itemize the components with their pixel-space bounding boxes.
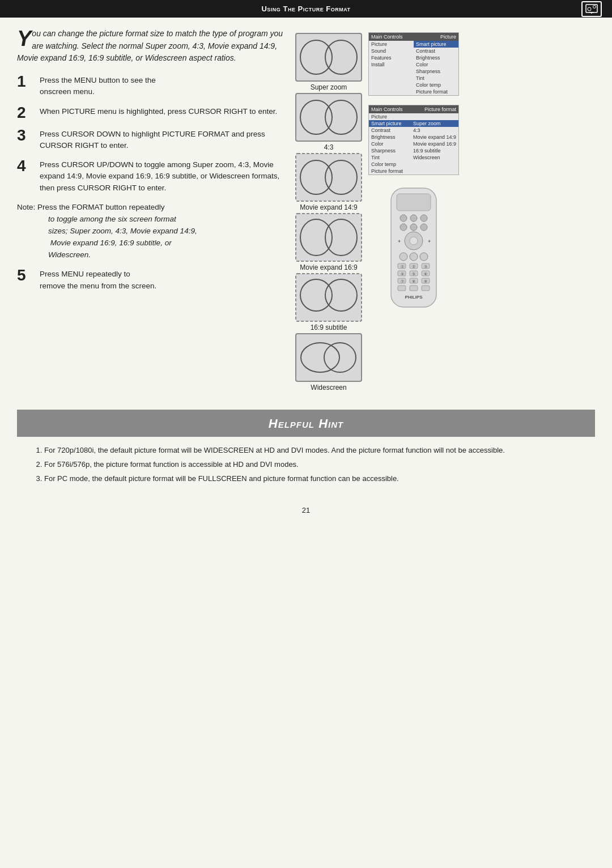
header-bar: Using The Picture Format — [0, 0, 612, 18]
menu2-row-1: Smart picture Super zoom — [369, 120, 458, 127]
svg-point-37 — [420, 253, 428, 261]
format-movie-16-9: Movie expand 16:9 — [295, 212, 363, 271]
menu1-header: Main Controls Picture — [369, 33, 458, 41]
svg-rect-24 — [397, 194, 431, 211]
menu2-table: Picture Smart picture Super zoom Contras… — [369, 113, 458, 175]
widescreen-label: Widescreen — [311, 384, 346, 392]
svg-point-3 — [593, 5, 596, 8]
svg-point-36 — [410, 253, 418, 261]
menu2-row-6-left: Tint — [369, 154, 411, 161]
step-3-number: 3 — [17, 127, 34, 143]
step-3: 3 Press CURSOR DOWN to highlight PICTURE… — [17, 129, 289, 152]
menu1-row-0-left: Picture — [369, 41, 414, 48]
header-icon — [581, 1, 602, 17]
format-widescreen: Widescreen — [295, 333, 363, 392]
note-section: Note: Press the FORMAT button repeatedly… — [17, 202, 289, 261]
menu2-row-1-right: Super zoom — [411, 120, 458, 127]
helpful-hint-body: For 720p/1080i, the default picture form… — [17, 437, 595, 495]
menu2-row-0-right — [411, 113, 458, 120]
svg-text:⑥: ⑥ — [424, 272, 427, 276]
menu2-row-5-right: 16:9 subtitle — [411, 147, 458, 154]
svg-rect-20 — [296, 334, 362, 381]
menu2-row-1-left: Smart picture — [369, 120, 411, 127]
movie-16-9-diagram — [295, 212, 363, 262]
menu2-row-7-right — [411, 161, 458, 168]
header-title: Using The Picture Format — [261, 5, 350, 13]
menu2-row-3-right: Movie expand 14:9 — [411, 134, 458, 141]
menu2-header-right: Picture format — [424, 107, 456, 112]
step-2-text: When PICTURE menu is highlighted, press … — [40, 106, 277, 117]
svg-text:④: ④ — [401, 272, 404, 276]
svg-rect-8 — [296, 93, 362, 141]
page-number: 21 — [0, 506, 612, 522]
svg-text:PHILIPS: PHILIPS — [405, 295, 423, 300]
svg-text:③: ③ — [424, 265, 427, 269]
super-zoom-diagram — [295, 32, 363, 82]
step-3-text: Press CURSOR DOWN to highlight PICTURE F… — [40, 129, 289, 152]
menu1-row-2: Features Brightness — [369, 54, 458, 61]
subtitle-label: 16:9 subtitle — [311, 324, 347, 331]
svg-text:①: ① — [401, 265, 404, 269]
menu2-row-0-left: Picture — [369, 113, 411, 120]
format-diagrams: Super zoom 4:3 — [295, 32, 363, 393]
menu1-row-5-right: Tint — [414, 75, 458, 82]
svg-text:⑤: ⑤ — [412, 272, 415, 276]
helpful-hint-title: Helpful Hint — [17, 410, 595, 437]
menu2-row-8-left: Picture format — [369, 168, 411, 175]
menu1-row-5-left — [369, 75, 414, 82]
note-body: to toggle among the six screen format si… — [48, 214, 289, 261]
note-title: Note: Press the FORMAT button repeatedly — [17, 202, 289, 214]
menu2-row-8: Picture format — [369, 168, 458, 175]
svg-point-32 — [410, 237, 418, 245]
format-super-zoom: Super zoom — [295, 32, 363, 91]
intro-text: You can change the picture format size t… — [17, 28, 289, 65]
svg-point-26 — [410, 215, 417, 222]
step-1-text: Press the MENU button to see theonscreen… — [40, 75, 156, 98]
menu2-row-5-left: Sharpness — [369, 147, 411, 154]
movie-16-9-label: Movie expand 16:9 — [300, 263, 357, 271]
page-num-text: 21 — [302, 506, 310, 514]
svg-rect-17 — [296, 274, 362, 321]
menu2-row-8-right — [411, 168, 458, 175]
menu1-row-4-right: Sharpness — [414, 68, 458, 75]
step-5-number: 5 — [17, 267, 34, 283]
menu2-row-2-right: 4:3 — [411, 127, 458, 134]
movie-14-9-label: Movie expand 14:9 — [300, 203, 357, 211]
step-4: 4 Press CURSOR UP/DOWN to toggle among S… — [17, 159, 289, 194]
svg-point-35 — [400, 253, 407, 261]
format-4-3-diagram — [295, 92, 363, 142]
menus-col: Main Controls Picture Picture Smart pict… — [368, 32, 459, 393]
svg-text:⑨: ⑨ — [424, 279, 427, 283]
menu2-row-2-left: Contrast — [369, 127, 411, 134]
svg-rect-47 — [398, 286, 406, 291]
hint-item-1: For 720p/1080i, the default picture form… — [44, 445, 578, 457]
menu1-row-2-left: Features — [369, 54, 414, 61]
step-5: 5 Press MENU repeatedly toremove the men… — [17, 269, 289, 292]
menu1-row-1-right: Contrast — [414, 48, 458, 54]
menu2-row-0: Picture — [369, 113, 458, 120]
right-column: Super zoom 4:3 — [289, 28, 595, 393]
svg-text:②: ② — [412, 265, 415, 269]
menu2-row-5: Sharpness 16:9 subtitle — [369, 147, 458, 154]
menu1-header-right: Picture — [440, 34, 456, 40]
helpful-hint-list: For 720p/1080i, the default picture form… — [44, 445, 578, 484]
menu1-row-7: Picture format — [369, 88, 458, 95]
menu2-row-4-left: Color — [369, 141, 411, 147]
menu2-row-7: Color temp — [369, 161, 458, 168]
menu2-row-6-right: Widescreen — [411, 154, 458, 161]
menu2-row-3-left: Brightness — [369, 134, 411, 141]
svg-point-30 — [420, 224, 427, 231]
svg-point-4 — [588, 7, 591, 11]
step-5-text: Press MENU repeatedly toremove the menu … — [40, 269, 156, 292]
menu2-row-2: Contrast 4:3 — [369, 127, 458, 134]
menu1-row-5: Tint — [369, 75, 458, 82]
menu2-row-4-right: Movie expand 16:9 — [411, 141, 458, 147]
svg-text:+: + — [428, 239, 431, 244]
svg-rect-14 — [296, 214, 362, 261]
menu1-row-1: Sound Contrast — [369, 48, 458, 54]
svg-point-29 — [410, 224, 417, 231]
svg-rect-5 — [296, 33, 362, 81]
step-4-number: 4 — [17, 158, 34, 174]
format-4-3: 4:3 — [295, 92, 363, 151]
step-4-text: Press CURSOR UP/DOWN to toggle among Sup… — [40, 159, 289, 194]
